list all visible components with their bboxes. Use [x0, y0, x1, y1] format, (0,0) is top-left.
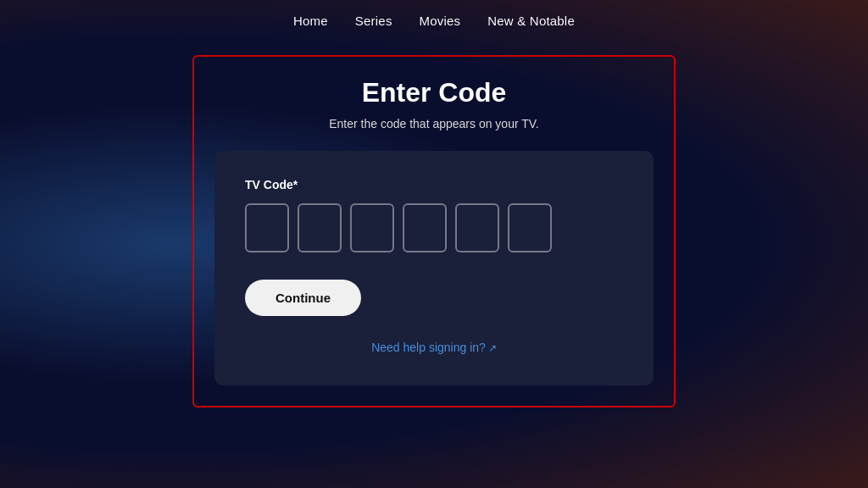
- code-input-3[interactable]: [350, 203, 394, 252]
- code-inputs-row: [245, 203, 623, 252]
- nav-new-notable[interactable]: New & Notable: [487, 14, 575, 28]
- nav-home[interactable]: Home: [293, 14, 328, 28]
- code-input-1[interactable]: [245, 203, 289, 252]
- content-box: Enter Code Enter the code that appears o…: [214, 77, 654, 385]
- page-subtitle: Enter the code that appears on your TV.: [329, 117, 539, 130]
- code-panel: TV Code* Continue Need help signing in?↗: [214, 151, 654, 385]
- page-title: Enter Code: [362, 77, 507, 108]
- code-input-2[interactable]: [298, 203, 342, 252]
- help-link-container: Need help signing in?↗: [245, 340, 623, 355]
- code-input-6[interactable]: [508, 203, 552, 252]
- nav-movies[interactable]: Movies: [420, 14, 461, 28]
- nav-series[interactable]: Series: [355, 14, 392, 28]
- enter-code-container: Enter Code Enter the code that appears o…: [192, 55, 676, 408]
- help-link[interactable]: Need help signing in?↗: [371, 341, 497, 354]
- code-input-4[interactable]: [403, 203, 447, 252]
- code-input-5[interactable]: [455, 203, 499, 252]
- tv-code-label: TV Code*: [245, 178, 623, 191]
- external-link-icon: ↗: [488, 342, 497, 354]
- continue-button[interactable]: Continue: [245, 280, 361, 316]
- main-nav: Home Series Movies New & Notable: [0, 0, 868, 42]
